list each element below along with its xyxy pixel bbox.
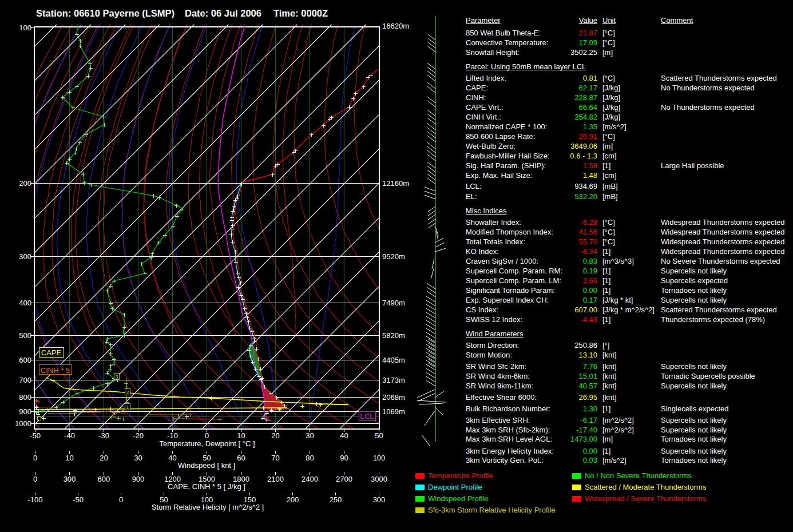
svg-text:0: 0: [119, 495, 123, 504]
svg-text:600: 600: [98, 475, 110, 483]
svg-text:0: 0: [33, 475, 37, 483]
svg-text:2700: 2700: [336, 475, 352, 483]
svg-text:250: 250: [330, 495, 342, 504]
svg-text:200: 200: [287, 495, 299, 504]
svg-text:-100: -100: [27, 495, 42, 504]
svg-text:2400: 2400: [302, 475, 318, 483]
svg-text:Storm Relative Helicity [ m^2: Storm Relative Helicity [ m^2/s^2 ]: [152, 503, 264, 511]
svg-text:900: 900: [132, 475, 145, 483]
svg-text:300: 300: [373, 495, 386, 504]
svg-text:300: 300: [64, 475, 76, 483]
svg-text:3000: 3000: [371, 475, 387, 483]
svg-text:-50: -50: [73, 495, 84, 504]
svg-text:CAPE, CINH * 5 [ J/kg ]: CAPE, CINH * 5 [ J/kg ]: [168, 482, 245, 491]
svg-text:2100: 2100: [267, 475, 284, 483]
